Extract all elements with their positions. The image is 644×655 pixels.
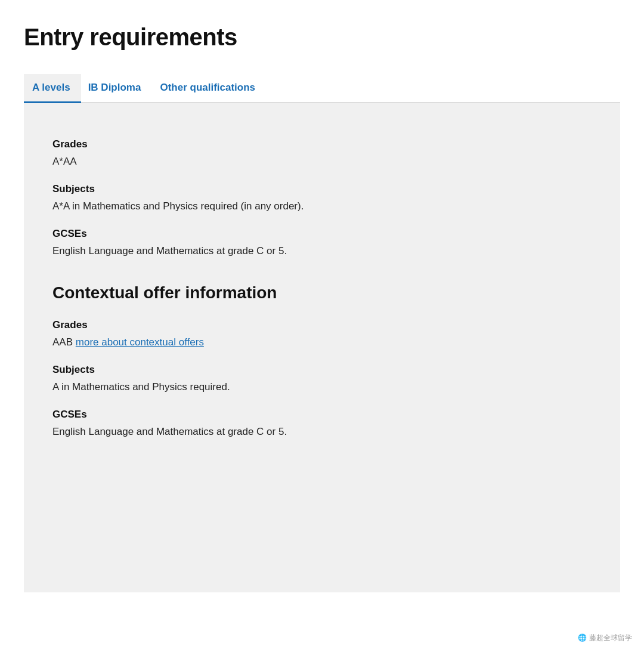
contextual-offer-heading: Contextual offer information [52,280,592,305]
grades-label: Grades [52,137,592,152]
page-wrapper: Entry requirements A levels IB Diploma O… [0,0,644,616]
gcses-label: GCSEs [52,226,592,242]
contextual-offers-link[interactable]: more about contextual offers [76,336,204,348]
gcses-section: GCSEs English Language and Mathematics a… [52,226,592,259]
grades-section: Grades A*AA [52,137,592,169]
tab-ib-diploma[interactable]: IB Diploma [88,74,153,103]
watermark-text: 藤超全球留学 [589,632,632,643]
contextual-gcses-value: English Language and Mathematics at grad… [52,424,592,440]
gcses-value: English Language and Mathematics at grad… [52,243,592,259]
contextual-grades-label: Grades [52,317,592,333]
contextual-subjects-section: Subjects A in Mathematics and Physics re… [52,362,592,395]
contextual-grades-prefix: AAB [52,336,73,348]
contextual-grades-section: Grades AAB more about contextual offers [52,317,592,350]
grades-value: A*AA [52,154,592,169]
contextual-grades-value: AAB more about contextual offers [52,335,592,350]
contextual-gcses-label: GCSEs [52,407,592,422]
contextual-subjects-value: A in Mathematics and Physics required. [52,379,592,395]
contextual-gcses-section: GCSEs English Language and Mathematics a… [52,407,592,440]
tab-a-levels[interactable]: A levels [24,74,81,103]
watermark-icon: 🌐 [578,632,587,643]
tabs-container: A levels IB Diploma Other qualifications [24,74,620,103]
tab-other-qualifications[interactable]: Other qualifications [160,74,267,103]
watermark: 🌐 藤超全球留学 [578,632,632,643]
subjects-label: Subjects [52,181,592,197]
subjects-section: Subjects A*A in Mathematics and Physics … [52,181,592,214]
contextual-subjects-label: Subjects [52,362,592,378]
subjects-value: A*A in Mathematics and Physics required … [52,199,592,214]
page-title: Entry requirements [24,19,620,55]
tab-content-a-levels: Grades A*AA Subjects A*A in Mathematics … [24,103,620,592]
